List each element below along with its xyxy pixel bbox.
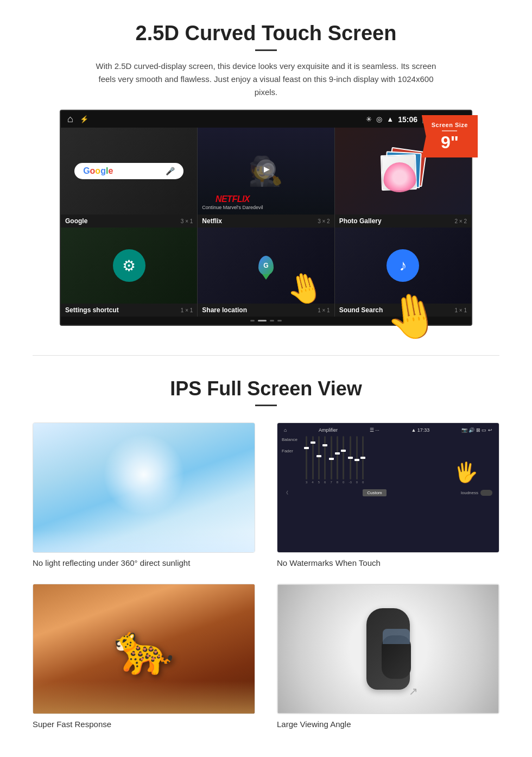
share-app-name: Share location	[202, 306, 247, 314]
amp-sliders: 3 4 5	[303, 435, 495, 484]
dot-1	[250, 320, 255, 321]
share-location-cell[interactable]: G 🤚	[198, 228, 334, 304]
google-app-content: Google 🎤	[61, 128, 197, 215]
dot-4	[277, 320, 282, 321]
amp-loudness-control: loudness	[461, 490, 492, 496]
balance-label: Balance	[282, 437, 301, 442]
feature-fast-response: 🐆 Super Fast Response	[33, 584, 255, 729]
fader-label: Fader	[282, 449, 301, 453]
settings-label-cell: Settings shortcut 1 × 1	[61, 304, 197, 317]
feature-watermark: ⌂ Amplifier ☰ ··· ▲ 17:33 📷 🔊 ⊠ ▭ ↩ Bala…	[277, 422, 499, 567]
slider-6: 8	[337, 436, 338, 484]
amplifier-visual: ⌂ Amplifier ☰ ··· ▲ 17:33 📷 🔊 ⊠ ▭ ↩ Bala…	[277, 423, 499, 552]
sunlight-image	[33, 422, 255, 553]
status-time: 15:06	[398, 115, 417, 124]
location-icon: ◎	[376, 115, 382, 123]
amp-side-labels: Balance Fader 3	[282, 435, 495, 484]
sunlight-visual	[33, 423, 255, 552]
mic-icon[interactable]: 🎤	[166, 167, 175, 175]
amp-loudness-label: loudness	[461, 490, 478, 495]
app-labels-row1: Google 3 × 1 Netflix 3 × 2 Photo Gallery…	[61, 215, 471, 228]
amp-sliders-area: 3 4 5	[303, 435, 495, 484]
feature-sunlight: No light reflecting under 360° direct su…	[33, 422, 255, 567]
car-top-view-element: ↗	[358, 600, 418, 698]
settings-app-content: ⚙	[61, 228, 197, 304]
amp-wifi-icon: ▲ 17:33	[411, 427, 429, 433]
amp-eq-labels: Balance Fader	[282, 435, 301, 484]
gallery-label-cell: Photo Gallery 2 × 2	[335, 215, 471, 228]
amp-bottom-controls: 《 Custom loudness	[282, 489, 495, 496]
amp-arrows: 《	[284, 490, 288, 496]
settings-grid-size: 1 × 1	[181, 307, 193, 313]
cheetah-emoji: 🐆	[113, 621, 174, 678]
dot-3	[270, 320, 274, 321]
dust-effect	[33, 681, 255, 714]
badge-label: Screen Size	[432, 122, 468, 128]
netflix-play-button[interactable]: ▶	[256, 159, 276, 179]
feature-viewing-angle: ↗ Large Viewing Angle	[277, 584, 499, 729]
slider-1: 3	[306, 436, 307, 484]
gallery-stack	[381, 149, 425, 193]
settings-app-cell[interactable]: ⚙	[61, 228, 197, 304]
sound-icon-circle: ♪	[387, 249, 419, 282]
netflix-app-name: Netflix	[202, 217, 222, 225]
amp-icons-right: 📷 🔊 ⊠ ▭ ↩	[461, 427, 492, 433]
google-app-cell[interactable]: Google 🎤	[61, 128, 197, 215]
netflix-app-content: 🕵️ ▶ NETFLIX Continue Marvel's Daredevil	[198, 128, 334, 215]
netflix-logo: NETFLIX	[202, 194, 263, 204]
loudness-toggle[interactable]	[480, 490, 492, 496]
section-curved-screen: 2.5D Curved Touch Screen With 2.5D curve…	[0, 0, 532, 344]
status-bar-left: ⌂ ⚡	[67, 113, 88, 125]
slider-8: -3	[349, 436, 351, 484]
amp-menu-icon: ☰ ···	[370, 427, 379, 433]
title-underline-2	[255, 405, 277, 406]
car-top-visual: ↗	[277, 584, 499, 714]
music-note-icon: ♪	[399, 257, 407, 274]
pagination-dots	[61, 317, 471, 325]
home-icon[interactable]: ⌂	[67, 113, 73, 125]
app-grid-row1: Google 🎤 🕵️ ▶	[61, 128, 471, 215]
section1-description: With 2.5D curved-display screen, this de…	[92, 60, 440, 99]
slider-2: 4	[312, 436, 313, 484]
slider-5: 7	[330, 436, 332, 484]
title-underline	[255, 49, 277, 51]
sound-app-name: Sound Search	[339, 306, 383, 314]
sun-burst	[103, 434, 185, 515]
app-grid-row2: ⚙ G 🤚	[61, 228, 471, 304]
google-grid-size: 3 × 1	[181, 218, 193, 224]
fast-caption: Super Fast Response	[33, 720, 255, 729]
slider-4: 6	[324, 436, 326, 484]
dot-2	[258, 320, 267, 321]
car-body	[366, 608, 410, 690]
flower-image	[383, 162, 417, 193]
bluetooth-icon: ✳	[366, 115, 372, 123]
gallery-grid-size: 2 × 2	[454, 218, 467, 224]
section1-title: 2.5D Curved Touch Screen	[33, 22, 499, 45]
share-location-content: G 🤚	[198, 228, 334, 304]
gallery-photo-1	[381, 154, 417, 191]
settings-app-name: Settings shortcut	[65, 306, 119, 314]
app-labels-row2: Settings shortcut 1 × 1 Share location 1…	[61, 304, 471, 317]
netflix-info: NETFLIX Continue Marvel's Daredevil	[202, 194, 263, 210]
google-label-cell: Google 3 × 1	[61, 215, 197, 228]
status-bar: ⌂ ⚡ ✳ ◎ ▲ 15:06 📷 🔊 ⊠ ▭	[61, 111, 471, 128]
netflix-app-cell[interactable]: 🕵️ ▶ NETFLIX Continue Marvel's Daredevil	[198, 128, 334, 215]
maps-pin-icon: G	[258, 256, 274, 275]
gallery-app-name: Photo Gallery	[339, 217, 382, 225]
netflix-label-cell: Netflix 3 × 2	[198, 215, 334, 228]
cheetah-image: 🐆	[33, 584, 255, 714]
sound-grid-size: 1 × 1	[454, 307, 467, 313]
sound-search-cell[interactable]: ♪	[335, 228, 471, 304]
g-letter: G	[263, 262, 268, 269]
amp-custom-button[interactable]: Custom	[363, 489, 387, 496]
device-mockup: Screen Size 9" ⌂ ⚡ ✳ ◎ ▲ 15:06 📷 🔊 ⊠	[60, 110, 472, 326]
screen-size-badge: Screen Size 9"	[422, 115, 478, 157]
sky-fade	[33, 531, 255, 552]
google-search-bar[interactable]: Google 🎤	[74, 163, 183, 179]
watermark-caption: No Watermarks When Touch	[277, 558, 499, 567]
cheetah-visual: 🐆	[33, 584, 255, 714]
car-top-image: ↗	[277, 584, 499, 714]
amp-topbar: ⌂ Amplifier ☰ ··· ▲ 17:33 📷 🔊 ⊠ ▭ ↩	[282, 427, 495, 433]
angle-caption: Large Viewing Angle	[277, 720, 499, 729]
maps-icon-group: G	[258, 256, 274, 275]
